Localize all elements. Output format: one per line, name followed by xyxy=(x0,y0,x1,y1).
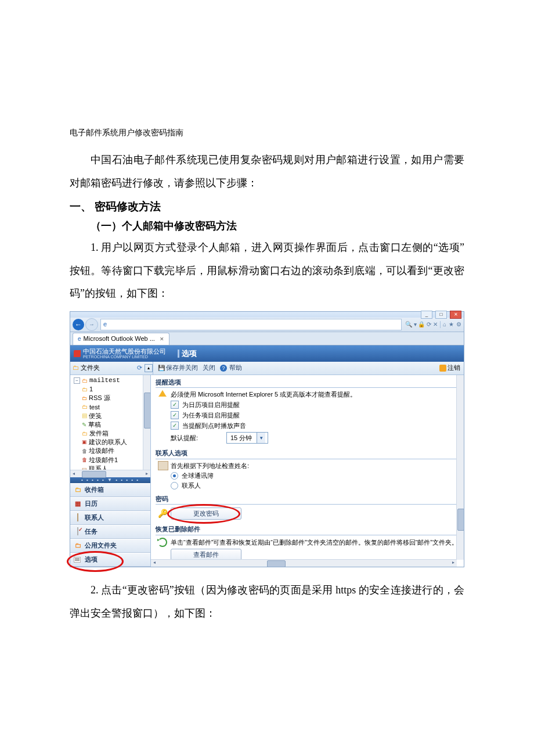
folder-icon: 🗀 xyxy=(82,404,88,411)
suggested-contacts-icon: ▣ xyxy=(82,439,87,445)
reminder-note-row: 必须使用 Microsoft Internet Explorer 5 或更高版本… xyxy=(156,390,459,399)
nav-item-public-folders[interactable]: 🗀公用文件夹 xyxy=(70,539,150,553)
tree-item-1[interactable]: 🗀1 xyxy=(71,385,150,394)
tree-item-suggested[interactable]: ▣建议的联系人 xyxy=(71,438,150,447)
content-hscroll-thumb[interactable] xyxy=(267,560,286,567)
radio-contacts-row[interactable]: 联系人 xyxy=(156,481,459,491)
owa-header: 中国石油天然气股份有限公司 PETROCHINA COMPANY LIMITED… xyxy=(70,345,464,362)
calendar-icon: ▦ xyxy=(74,500,82,507)
restore-note-row: 单击“查看邮件”可查看和恢复近期由“已删除邮件”文件夹清空的邮件。恢复的邮件将移… xyxy=(156,537,459,548)
restore-icon xyxy=(158,538,167,547)
tree-item-outbox[interactable]: 🗀发件箱 xyxy=(71,429,150,438)
close-button[interactable]: 关闭 xyxy=(200,364,218,372)
checkbox-task-reminder[interactable]: ✓ xyxy=(171,411,179,419)
contacts-icon xyxy=(77,513,78,521)
drafts-icon: ✎ xyxy=(82,422,86,429)
tree-item-test[interactable]: 🗀test xyxy=(71,403,150,412)
ie-nav-bar: ← → e 🔍 ▾ 🔒 ⟳ ✕ ⌂ ★ ⚙ xyxy=(70,318,464,332)
options-icon xyxy=(74,557,81,563)
nav-item-options[interactable]: 选项 xyxy=(70,553,150,567)
nav-item-calendar[interactable]: ▦日历 xyxy=(70,497,150,511)
tree-item-contacts[interactable]: ▭联系人 xyxy=(71,465,150,470)
petrochina-logo-icon xyxy=(74,350,81,357)
content-hscrollbar[interactable]: ◂ ▸ xyxy=(151,559,457,567)
window-maximize-button[interactable]: □ xyxy=(435,311,447,319)
tree-hscrollbar[interactable]: ◂ ▸ xyxy=(70,470,150,477)
owa-screenshot: _ □ ✕ ← → e 🔍 ▾ 🔒 ⟳ ✕ ⌂ ★ ⚙ e Microsoft … xyxy=(70,311,464,567)
radio-gal[interactable] xyxy=(171,472,178,480)
tree-item-notes[interactable]: ▤便笺 xyxy=(71,412,150,420)
mailbox-icon: 🗀 xyxy=(82,377,88,384)
reminder-calendar-row[interactable]: ✓ 为日历项目启用提醒 xyxy=(156,399,459,410)
window-close-button[interactable]: ✕ xyxy=(450,311,461,319)
ie-search-tools[interactable]: 🔍 ▾ 🔒 ⟳ ✕ xyxy=(405,321,438,328)
ie-settings-icon[interactable]: ⚙ xyxy=(456,321,461,328)
collapse-folders-icon[interactable]: ▴ xyxy=(145,364,153,372)
ie-tab-favicon-icon: e xyxy=(78,336,81,343)
content-vscroll-thumb[interactable] xyxy=(457,509,464,531)
tree-vscrollbar[interactable] xyxy=(143,375,150,470)
ie-back-button[interactable]: ← xyxy=(73,319,84,330)
window-minimize-button[interactable]: _ xyxy=(421,311,432,319)
junk-icon: 🗑 xyxy=(82,448,87,455)
ie-tab-owa[interactable]: e Microsoft Outlook Web ... ✕ xyxy=(73,333,169,345)
section-restore-header: 恢复已删除邮件 xyxy=(156,524,459,535)
tree-vscroll-thumb[interactable] xyxy=(144,393,150,429)
radio-gal-row[interactable]: 全球通讯簿 xyxy=(156,471,459,481)
section-password-header: 密码 xyxy=(156,494,459,505)
section-title: 选项 xyxy=(178,349,197,358)
reminder-task-row[interactable]: ✓ 为任务项目启用提醒 xyxy=(156,410,459,420)
default-reminder-row: 默认提醒: 15 分钟 ▼ xyxy=(156,431,459,445)
section-contacts-header: 联系人选项 xyxy=(156,448,459,459)
tree-hscroll-thumb[interactable] xyxy=(82,471,106,478)
refresh-folders-icon[interactable]: ⟳ xyxy=(137,364,142,372)
checkbox-sound-reminder[interactable]: ✓ xyxy=(171,422,179,430)
folder-icon: 🗀 xyxy=(82,386,88,393)
contacts-note-row: 首先根据下列地址检查姓名: xyxy=(156,461,459,471)
nav-item-contacts[interactable]: 联系人 xyxy=(70,511,150,525)
logoff-icon xyxy=(439,365,446,372)
sidebar: −🗀mailtest 🗀1 🗀RSS 源 🗀test ▤便笺 ✎草稿 🗀发件箱 … xyxy=(70,375,151,567)
reminder-sound-row[interactable]: ✓ 当提醒到点时播放声音 xyxy=(156,420,459,431)
options-content-pane: 提醒选项 必须使用 Microsoft Internet Explorer 5 … xyxy=(151,375,464,567)
tree-expand-icon[interactable]: − xyxy=(74,377,80,384)
tree-item-rss[interactable]: 🗀RSS 源 xyxy=(71,394,150,402)
tasks-icon xyxy=(77,527,78,535)
bell-icon xyxy=(158,390,167,399)
heading-2: （一）个人邮箱中修改密码方法 xyxy=(70,219,464,233)
brand-sub: PETROCHINA COMPANY LIMITED xyxy=(83,355,166,359)
nav-item-tasks[interactable]: 任务 xyxy=(70,525,150,539)
contacts-icon: ▭ xyxy=(82,466,87,470)
folder-icon: 🗀 xyxy=(73,364,79,372)
logoff-button[interactable]: 注销 xyxy=(439,364,464,372)
ie-tab-close-icon[interactable]: ✕ xyxy=(160,336,164,343)
checkbox-calendar-reminder[interactable]: ✓ xyxy=(171,401,179,409)
rss-icon: 🗀 xyxy=(82,395,87,402)
ie-forward-button[interactable]: → xyxy=(85,318,98,331)
ie-address-bar[interactable]: e xyxy=(100,319,402,330)
key-icon: 🔑 xyxy=(158,509,168,519)
radio-contacts[interactable] xyxy=(171,482,178,489)
contacts-card-icon xyxy=(158,461,168,470)
default-reminder-label: 默认提醒: xyxy=(171,434,223,442)
tree-root[interactable]: −🗀mailtest xyxy=(71,376,150,385)
step-1-text: 1. 用户以网页方式登录个人邮箱，进入网页操作界面后，点击窗口左侧的“选项”按钮… xyxy=(70,236,464,305)
owa-toolbar: 🗀 文件夹 ⟳ ▴ 💾 保存并关闭 关闭 ? 帮助 xyxy=(70,362,464,375)
help-icon: ? xyxy=(220,365,227,372)
nav-drag-handle[interactable]: • • • • • ▼ • • • • • xyxy=(70,477,150,483)
outbox-icon: 🗀 xyxy=(82,430,88,437)
default-reminder-select[interactable]: 15 分钟 ▼ xyxy=(226,432,268,444)
help-button[interactable]: ? 帮助 xyxy=(218,364,244,372)
folder-tree[interactable]: −🗀mailtest 🗀1 🗀RSS 源 🗀test ▤便笺 ✎草稿 🗀发件箱 … xyxy=(70,375,150,470)
tree-item-drafts[interactable]: ✎草稿 xyxy=(71,420,150,429)
save-and-close-button[interactable]: 💾 保存并关闭 xyxy=(156,364,200,372)
section-divider-icon xyxy=(178,350,179,358)
change-password-button[interactable]: 更改密码 xyxy=(171,507,241,520)
window-titlebar: _ □ ✕ xyxy=(70,312,464,318)
content-vscrollbar[interactable] xyxy=(456,375,464,560)
ie-home-icon[interactable]: ⌂ xyxy=(440,321,446,328)
tree-item-junk[interactable]: 🗑垃圾邮件 xyxy=(71,447,150,455)
tree-item-junk1[interactable]: 🗑垃圾邮件1 xyxy=(71,456,150,465)
nav-item-inbox[interactable]: 🗀收件箱 xyxy=(70,483,150,497)
ie-favorites-icon[interactable]: ★ xyxy=(449,321,454,328)
